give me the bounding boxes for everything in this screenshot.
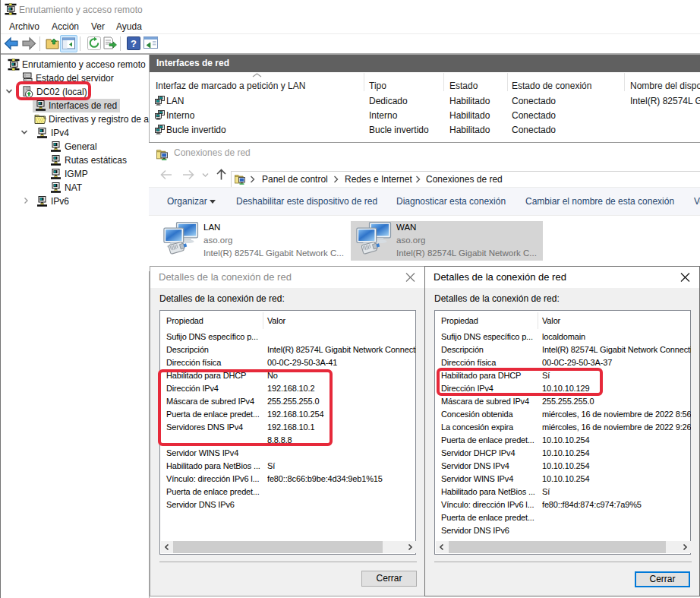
dialog-titlebar: Detalles de la conexión de red <box>425 267 699 288</box>
tree-item-rutas-estaticas[interactable]: Rutas estáticas <box>2 153 149 167</box>
command-organizar[interactable]: Organizar <box>167 188 207 215</box>
column-divider[interactable] <box>507 73 508 91</box>
dialog-section-label: Detalles de la conexión de red: <box>159 294 285 303</box>
chevron-expanded-icon[interactable] <box>5 87 13 95</box>
tree-item-ipv4[interactable]: IPv4 <box>2 126 149 140</box>
address-bar[interactable]: Panel de control Redes e Internet Conexi… <box>231 171 700 188</box>
table-row: Servidor DNS IPv4 10.10.10.254 <box>435 460 690 473</box>
scroll-left-icon[interactable] <box>436 541 448 553</box>
scrollbar-thumb[interactable] <box>173 541 383 553</box>
dialog-separator-line <box>159 562 417 562</box>
table-header-propiedad: Propiedad <box>166 311 203 331</box>
network-connections-icon <box>156 149 168 160</box>
chevron-collapsed-icon[interactable] <box>22 197 30 204</box>
new-window-icon[interactable] <box>143 36 158 49</box>
tree-item-directivas[interactable]: Directivas y registro de a <box>2 112 149 126</box>
connection-tile-wan[interactable]: WAN aso.org Intel(R) 82574L Gigabit Netw… <box>351 221 543 261</box>
command-bar: Organizar Deshabilitar este dispositivo … <box>149 188 700 216</box>
column-header-estado[interactable]: Estado <box>449 80 478 92</box>
breadcrumb-chevron-icon[interactable] <box>333 176 339 183</box>
forward-icon[interactable] <box>21 36 36 51</box>
column-header-estado-conexion[interactable]: Estado de conexión <box>512 80 591 92</box>
mmc-window-title: Enrutamiento y acceso remoto <box>19 0 143 20</box>
nic-icon <box>155 125 166 134</box>
chevron-expanded-icon[interactable] <box>20 128 28 136</box>
table-row: Descripción Intel(R) 82574L Gigabit Netw… <box>160 343 415 356</box>
table-header-valor: Valor <box>267 311 285 331</box>
breadcrumb-conexiones-de-red[interactable]: Conexiones de red <box>426 172 503 187</box>
cerrar-button[interactable]: Cerrar <box>635 571 690 587</box>
table-row: Vínculo: dirección IPv6 l... fe80::8c66:… <box>160 473 415 486</box>
help-icon[interactable]: ? <box>127 36 140 50</box>
column-header-tipo[interactable]: Tipo <box>369 80 386 92</box>
up-folder-icon[interactable] <box>46 36 60 51</box>
nav-forward-icon[interactable] <box>181 169 195 180</box>
command-diagnosticar[interactable]: Diagnosticar esta conexión <box>396 188 506 215</box>
nav-up-icon[interactable] <box>216 168 227 181</box>
menu-archivo[interactable]: Archivo <box>9 20 39 33</box>
table-row: Servidor WINS IPv4 10.10.10.254 <box>435 473 690 486</box>
interface-row-bucle[interactable]: Bucle invertido Bucle invertido Habilita… <box>150 123 700 138</box>
horizontal-scrollbar[interactable] <box>161 541 416 553</box>
connection-tile-lan[interactable]: LAN aso.org Intel(R) 82574L Gigabit Netw… <box>158 221 350 261</box>
column-header-interfaz[interactable]: Interfaz de marcado a petición y LAN <box>156 80 305 92</box>
tree-item-root[interactable]: Enrutamiento y acceso remoto <box>2 58 149 71</box>
export-list-icon[interactable] <box>102 36 117 50</box>
menu-ayuda[interactable]: Ayuda <box>116 20 142 33</box>
details-table: Propiedad Valor Sufijo DNS específico p.… <box>434 310 691 555</box>
breadcrumb-redes-e-internet[interactable]: Redes e Internet <box>345 172 412 187</box>
mmc-titlebar: Enrutamiento y acceso remoto <box>1 0 700 20</box>
policies-folder-icon <box>34 113 46 125</box>
horizontal-scrollbar[interactable] <box>436 541 691 553</box>
column-divider[interactable] <box>364 73 364 91</box>
table-row: Servidor DHCP IPv4 10.10.10.254 <box>435 447 690 460</box>
interface-row-interno[interactable]: Interno Interno Habilitado Conectado <box>150 109 700 123</box>
scrollbar-thumb[interactable] <box>449 541 666 553</box>
command-cambiar-nombre[interactable]: Cambiar el nombre de esta conexión <box>525 188 674 215</box>
annotation-redbox-static-ip <box>158 369 333 446</box>
network-connections-icon <box>235 174 245 185</box>
network-adapter-icon <box>163 222 200 255</box>
scroll-right-icon[interactable] <box>404 541 416 553</box>
refresh-icon[interactable] <box>87 36 101 50</box>
scroll-right-icon[interactable] <box>679 541 691 553</box>
scroll-left-icon[interactable] <box>161 541 173 553</box>
toolbar-separator <box>39 36 40 51</box>
tree-item-igmp[interactable]: IGMP <box>2 167 149 181</box>
tree-item-nat[interactable]: NAT <box>2 181 149 195</box>
table-row: Habilitado para NetBios ... Sí <box>435 486 690 498</box>
tree-item-interfaces-de-red[interactable]: Interfaces de red <box>2 99 149 112</box>
command-deshabilitar[interactable]: Deshabilitar este dispositivo de red <box>236 188 377 215</box>
tree-item-ipv6[interactable]: IPv6 <box>2 195 149 208</box>
annotation-redbox-dc02 <box>16 81 91 100</box>
back-icon[interactable] <box>4 36 19 51</box>
menu-accion[interactable]: Acción <box>52 20 79 33</box>
interface-row-lan[interactable]: LAN Dedicado Habilitado Conectado Intel(… <box>150 94 700 109</box>
breadcrumb-panel-de-control[interactable]: Panel de control <box>262 172 328 187</box>
dialog-title: Detalles de la conexión de red <box>159 267 292 288</box>
tree-item-general[interactable]: General <box>2 140 149 153</box>
table-row: Habilitado para NetBios ... Sí <box>160 460 415 473</box>
dialog-title: Detalles de la conexión de red <box>434 267 566 288</box>
details-rows: Sufijo DNS específico p... localdomain D… <box>435 331 690 537</box>
table-row: Concesión obtenida miércoles, 16 de novi… <box>435 408 690 421</box>
network-node-icon <box>49 154 61 166</box>
dialog-separator-line <box>434 562 692 562</box>
breadcrumb-chevron-icon[interactable] <box>415 176 421 183</box>
console-tree-toggle[interactable] <box>60 35 77 52</box>
column-divider[interactable] <box>443 73 444 91</box>
breadcrumb-chevron-icon[interactable] <box>250 176 255 183</box>
cerrar-button[interactable]: Cerrar <box>361 571 417 587</box>
table-header-divider <box>263 312 263 329</box>
nav-back-icon[interactable] <box>159 169 173 180</box>
command-ver-estado[interactable]: Ver el estado de esta conexión <box>694 188 700 215</box>
close-icon[interactable] <box>401 267 421 288</box>
menu-ver[interactable]: Ver <box>91 20 105 33</box>
close-icon[interactable] <box>676 267 695 288</box>
column-divider[interactable] <box>624 73 625 91</box>
nav-history-chevron-icon[interactable] <box>202 172 209 178</box>
table-row: Descripción Intel(R) 82574L Gigabit Netw… <box>435 343 690 356</box>
column-header-nombre-dispositivo[interactable]: Nombre del dispositivo <box>630 80 700 92</box>
explorer-window-title: Conexiones de red <box>174 143 251 163</box>
network-node-icon <box>34 100 46 112</box>
